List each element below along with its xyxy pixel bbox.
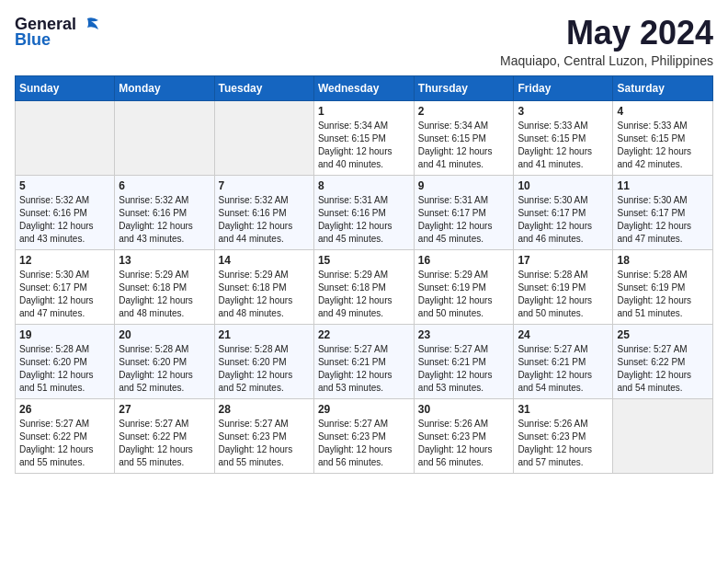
day-info: Sunrise: 5:28 AMSunset: 6:19 PMDaylight:… [518, 269, 609, 320]
calendar-cell: 30Sunrise: 5:26 AMSunset: 6:23 PMDayligh… [414, 398, 514, 473]
day-number: 18 [617, 254, 709, 267]
day-number: 28 [219, 403, 310, 416]
calendar-cell: 28Sunrise: 5:27 AMSunset: 6:23 PMDayligh… [214, 398, 313, 473]
calendar-cell: 24Sunrise: 5:27 AMSunset: 6:21 PMDayligh… [514, 324, 613, 398]
calendar-cell [16, 100, 115, 175]
logo-blue: Blue [15, 30, 51, 50]
day-number: 12 [19, 254, 110, 267]
day-info: Sunrise: 5:31 AMSunset: 6:16 PMDaylight:… [318, 194, 410, 246]
calendar-cell: 16Sunrise: 5:29 AMSunset: 6:19 PMDayligh… [414, 249, 514, 324]
calendar-cell [115, 100, 214, 175]
logo: General Blue [15, 15, 100, 50]
calendar-cell: 21Sunrise: 5:28 AMSunset: 6:20 PMDayligh… [214, 324, 313, 398]
location-subtitle: Maquiapo, Central Luzon, Philippines [500, 53, 713, 68]
day-info: Sunrise: 5:27 AMSunset: 6:23 PMDaylight:… [318, 418, 410, 469]
day-number: 27 [119, 403, 210, 416]
calendar-header-row: Sunday Monday Tuesday Wednesday Thursday… [16, 75, 713, 100]
day-number: 1 [318, 105, 410, 118]
day-info: Sunrise: 5:33 AMSunset: 6:15 PMDaylight:… [518, 120, 609, 171]
day-number: 6 [119, 179, 210, 192]
calendar-week-row: 26Sunrise: 5:27 AMSunset: 6:22 PMDayligh… [16, 398, 713, 473]
day-number: 26 [19, 403, 110, 416]
day-number: 25 [617, 328, 709, 341]
day-info: Sunrise: 5:29 AMSunset: 6:19 PMDaylight:… [418, 269, 510, 320]
calendar-cell: 11Sunrise: 5:30 AMSunset: 6:17 PMDayligh… [613, 175, 713, 249]
day-info: Sunrise: 5:27 AMSunset: 6:22 PMDaylight:… [617, 343, 709, 395]
header-sunday: Sunday [16, 75, 115, 100]
day-info: Sunrise: 5:34 AMSunset: 6:15 PMDaylight:… [318, 120, 410, 171]
day-info: Sunrise: 5:31 AMSunset: 6:17 PMDaylight:… [418, 194, 510, 246]
day-number: 22 [318, 328, 410, 341]
calendar-cell: 12Sunrise: 5:30 AMSunset: 6:17 PMDayligh… [16, 249, 115, 324]
day-number: 21 [219, 328, 310, 341]
day-info: Sunrise: 5:29 AMSunset: 6:18 PMDaylight:… [219, 269, 310, 320]
day-info: Sunrise: 5:32 AMSunset: 6:16 PMDaylight:… [19, 194, 110, 246]
calendar-cell: 26Sunrise: 5:27 AMSunset: 6:22 PMDayligh… [16, 398, 115, 473]
page-header: General Blue May 2024 Maquiapo, Central … [15, 15, 713, 68]
day-number: 9 [418, 179, 510, 192]
day-number: 30 [418, 403, 510, 416]
day-number: 20 [119, 328, 210, 341]
day-number: 29 [318, 403, 410, 416]
calendar-cell: 20Sunrise: 5:28 AMSunset: 6:20 PMDayligh… [115, 324, 214, 398]
day-info: Sunrise: 5:27 AMSunset: 6:21 PMDaylight:… [418, 343, 510, 395]
day-info: Sunrise: 5:30 AMSunset: 6:17 PMDaylight:… [19, 269, 110, 320]
day-number: 14 [219, 254, 310, 267]
calendar-cell: 5Sunrise: 5:32 AMSunset: 6:16 PMDaylight… [16, 175, 115, 249]
day-number: 13 [119, 254, 210, 267]
month-year-title: May 2024 [500, 15, 713, 52]
day-info: Sunrise: 5:30 AMSunset: 6:17 PMDaylight:… [617, 194, 709, 246]
day-info: Sunrise: 5:27 AMSunset: 6:23 PMDaylight:… [219, 418, 310, 469]
day-number: 31 [518, 403, 609, 416]
calendar-cell: 6Sunrise: 5:32 AMSunset: 6:16 PMDaylight… [115, 175, 214, 249]
day-number: 16 [418, 254, 510, 267]
day-info: Sunrise: 5:27 AMSunset: 6:21 PMDaylight:… [518, 343, 609, 395]
title-block: May 2024 Maquiapo, Central Luzon, Philip… [500, 15, 713, 68]
calendar-cell: 31Sunrise: 5:26 AMSunset: 6:23 PMDayligh… [514, 398, 613, 473]
day-number: 24 [518, 328, 609, 341]
day-number: 11 [617, 179, 709, 192]
day-info: Sunrise: 5:30 AMSunset: 6:17 PMDaylight:… [518, 194, 609, 246]
calendar-cell: 4Sunrise: 5:33 AMSunset: 6:15 PMDaylight… [613, 100, 713, 175]
day-number: 19 [19, 328, 110, 341]
day-number: 3 [518, 105, 609, 118]
day-info: Sunrise: 5:32 AMSunset: 6:16 PMDaylight:… [119, 194, 210, 246]
calendar-cell: 3Sunrise: 5:33 AMSunset: 6:15 PMDaylight… [514, 100, 613, 175]
header-thursday: Thursday [414, 75, 514, 100]
calendar-cell [613, 398, 713, 473]
day-info: Sunrise: 5:28 AMSunset: 6:19 PMDaylight:… [617, 269, 709, 320]
calendar-week-row: 1Sunrise: 5:34 AMSunset: 6:15 PMDaylight… [16, 100, 713, 175]
day-info: Sunrise: 5:27 AMSunset: 6:22 PMDaylight:… [119, 418, 210, 469]
calendar-cell: 8Sunrise: 5:31 AMSunset: 6:16 PMDaylight… [313, 175, 414, 249]
header-friday: Friday [514, 75, 613, 100]
day-info: Sunrise: 5:28 AMSunset: 6:20 PMDaylight:… [19, 343, 110, 395]
day-info: Sunrise: 5:29 AMSunset: 6:18 PMDaylight:… [318, 269, 410, 320]
day-info: Sunrise: 5:26 AMSunset: 6:23 PMDaylight:… [418, 418, 510, 469]
day-number: 7 [219, 179, 310, 192]
calendar-cell: 15Sunrise: 5:29 AMSunset: 6:18 PMDayligh… [313, 249, 414, 324]
day-number: 10 [518, 179, 609, 192]
calendar-cell: 25Sunrise: 5:27 AMSunset: 6:22 PMDayligh… [613, 324, 713, 398]
calendar-cell: 13Sunrise: 5:29 AMSunset: 6:18 PMDayligh… [115, 249, 214, 324]
calendar-cell: 9Sunrise: 5:31 AMSunset: 6:17 PMDaylight… [414, 175, 514, 249]
header-wednesday: Wednesday [313, 75, 414, 100]
day-number: 15 [318, 254, 410, 267]
calendar-cell [214, 100, 313, 175]
calendar-week-row: 5Sunrise: 5:32 AMSunset: 6:16 PMDaylight… [16, 175, 713, 249]
day-info: Sunrise: 5:28 AMSunset: 6:20 PMDaylight:… [119, 343, 210, 395]
calendar-week-row: 19Sunrise: 5:28 AMSunset: 6:20 PMDayligh… [16, 324, 713, 398]
calendar-cell: 10Sunrise: 5:30 AMSunset: 6:17 PMDayligh… [514, 175, 613, 249]
day-info: Sunrise: 5:28 AMSunset: 6:20 PMDaylight:… [219, 343, 310, 395]
day-number: 5 [19, 179, 110, 192]
calendar-cell: 17Sunrise: 5:28 AMSunset: 6:19 PMDayligh… [514, 249, 613, 324]
day-info: Sunrise: 5:33 AMSunset: 6:15 PMDaylight:… [617, 120, 709, 171]
day-info: Sunrise: 5:27 AMSunset: 6:22 PMDaylight:… [19, 418, 110, 469]
calendar-table: Sunday Monday Tuesday Wednesday Thursday… [15, 75, 713, 474]
calendar-cell: 7Sunrise: 5:32 AMSunset: 6:16 PMDaylight… [214, 175, 313, 249]
calendar-cell: 23Sunrise: 5:27 AMSunset: 6:21 PMDayligh… [414, 324, 514, 398]
calendar-cell: 14Sunrise: 5:29 AMSunset: 6:18 PMDayligh… [214, 249, 313, 324]
calendar-cell: 19Sunrise: 5:28 AMSunset: 6:20 PMDayligh… [16, 324, 115, 398]
day-info: Sunrise: 5:27 AMSunset: 6:21 PMDaylight:… [318, 343, 410, 395]
day-info: Sunrise: 5:34 AMSunset: 6:15 PMDaylight:… [418, 120, 510, 171]
calendar-cell: 2Sunrise: 5:34 AMSunset: 6:15 PMDaylight… [414, 100, 514, 175]
